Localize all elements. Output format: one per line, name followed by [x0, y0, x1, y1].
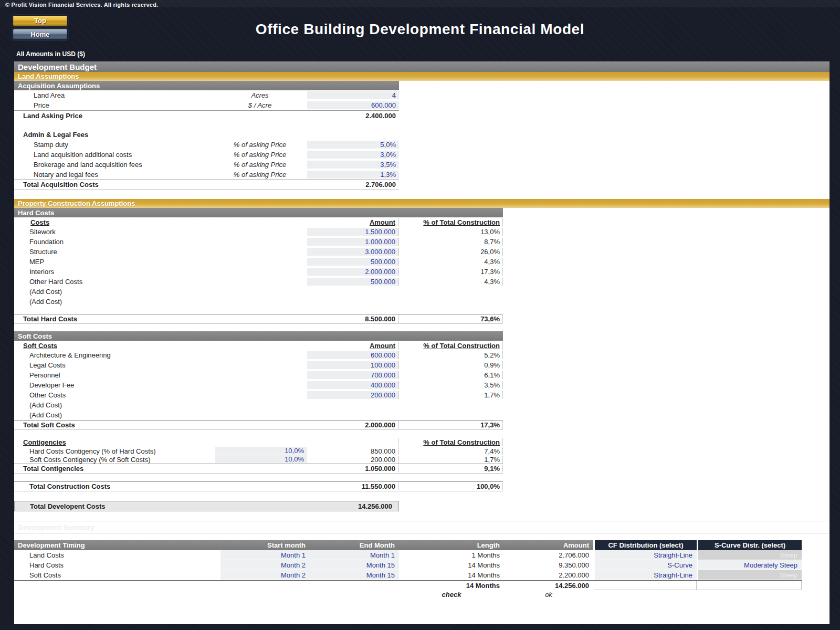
table-row: Foundation 1.000.000 8,7% — [14, 237, 503, 247]
check-row: check ok — [14, 590, 802, 599]
table-row: Interiors 2.000.000 17,3% — [14, 267, 503, 277]
add-cost-amount-input[interactable] — [307, 301, 398, 302]
hard-contingency-pct-input[interactable]: 10,0% — [215, 447, 307, 455]
column-header-start-month: Start month — [220, 540, 310, 550]
timing-row-land-costs: Land Costs Month 1 Month 1 1 Months 2.70… — [14, 550, 802, 560]
table-row: Other Hard Costs 500.000 4,3% — [14, 277, 503, 287]
table-row: Hard Costs Contigency (% of Hard Costs) … — [14, 447, 503, 455]
hard-cf-distribution-select[interactable]: S-Curve — [593, 560, 697, 570]
table-row: Notary and legal fees % of asking Price … — [14, 170, 399, 180]
soft-end-month-select[interactable]: Month 15 — [310, 570, 399, 580]
land-start-month-select[interactable]: Month 1 — [220, 550, 310, 560]
row-unit: % of asking Price — [213, 141, 307, 149]
table-row-add-cost: (Add Cost) — [14, 410, 503, 420]
column-header-amount: Amount — [504, 540, 593, 550]
row-label: Personnel — [14, 371, 307, 379]
hard-end-month-select[interactable]: Month 15 — [310, 560, 399, 570]
row-label: Soft Costs — [14, 570, 220, 580]
brokerage-fees-input[interactable]: 3,5% — [307, 161, 399, 169]
column-header-pct: % of Total Construction — [398, 438, 503, 446]
soft-scurve-select-disabled: Steep — [697, 570, 802, 580]
table-row: MEP 500.000 4,3% — [14, 257, 503, 267]
table-row: Sitework 1.500.000 13,0% — [14, 227, 503, 237]
row-label: Notary and legal fees — [14, 171, 213, 178]
column-header-soft-costs: Soft Costs — [14, 342, 307, 350]
land-area-input[interactable]: 4 — [307, 91, 399, 100]
column-header-pct: % of Total Construction — [398, 218, 503, 226]
hard-scurve-select[interactable]: Moderately Steep — [697, 560, 802, 570]
add-cost-amount-input[interactable] — [307, 291, 398, 292]
row-value: 14.256.000 — [308, 502, 395, 510]
table-row: Soft Costs Contigency (% of Soft Costs) … — [14, 455, 503, 464]
stamp-duty-input[interactable]: 5,0% — [307, 141, 399, 149]
land-cf-distribution-select[interactable]: Straight-Line — [593, 550, 697, 560]
row-value: 1.050.000 — [307, 465, 398, 472]
hidden-summary-band: Development Summary — [14, 521, 830, 533]
row-unit: % of asking Price — [213, 151, 307, 159]
row-label: Brokerage and land acquisition fees — [14, 161, 213, 169]
row-pct: 73,6% — [398, 315, 503, 323]
table-row-total-hard-costs: Total Hard Costs 8.500.000 73,6% — [14, 314, 503, 324]
row-label: (Add Cost) — [14, 401, 307, 409]
table-row-total-acquisition: Total Acquisition Costs 2.706.000 — [14, 180, 399, 190]
row-value: 850.000 — [307, 447, 398, 455]
row-label: Admin & Legal Fees — [14, 131, 213, 139]
row-pct: 3,5% — [398, 381, 503, 389]
soft-cf-distribution-select[interactable]: Straight-Line — [593, 570, 697, 580]
hard-start-month-select[interactable]: Month 2 — [220, 560, 310, 570]
column-header-length: Length — [399, 540, 504, 550]
foundation-amount-input[interactable]: 1.000.000 — [307, 238, 398, 246]
personnel-amount-input[interactable]: 700.000 — [307, 371, 398, 380]
row-label: (Add Cost) — [14, 411, 307, 419]
total-development-costs-band: Total Developent Costs 14.256.000 — [14, 501, 399, 511]
mep-amount-input[interactable]: 500.000 — [307, 258, 398, 266]
soft-start-month-select[interactable]: Month 2 — [220, 570, 310, 580]
row-unit: $ / Acre — [213, 101, 307, 109]
soft-contingency-pct-input[interactable]: 10,0% — [215, 455, 307, 464]
table-row: Other Costs 200.000 1,7% — [14, 390, 503, 400]
row-pct: 26,0% — [398, 248, 503, 256]
structure-amount-input[interactable]: 3.000.000 — [307, 248, 398, 256]
other-costs-amount-input[interactable]: 200.000 — [307, 391, 398, 400]
table-row: Land Area Acres 4 — [14, 90, 399, 100]
architecture-amount-input[interactable]: 600.000 — [307, 351, 398, 360]
row-length: 14 Months — [399, 560, 504, 570]
sitework-amount-input[interactable]: 1.500.000 — [307, 228, 398, 236]
row-pct: 13,0% — [398, 228, 503, 236]
price-per-acre-input[interactable]: 600.000 — [307, 101, 399, 110]
total-amount: 14.256.000 — [504, 581, 593, 590]
table-row-admin-legal-fees: Admin & Legal Fees — [14, 130, 399, 140]
row-pct: 17,3% — [398, 268, 503, 276]
developer-fee-amount-input[interactable]: 400.000 — [307, 381, 398, 390]
row-label: Land Costs — [14, 550, 220, 560]
column-header-end-month: End Month — [310, 540, 399, 550]
row-pct: 1,7% — [398, 391, 503, 399]
land-end-month-select[interactable]: Month 1 — [310, 550, 399, 560]
row-pct: 6,1% — [398, 371, 503, 379]
table-header-row-contingencies: Contigencies % of Total Construction — [14, 437, 503, 447]
row-pct: 100,0% — [398, 482, 503, 490]
other-hard-costs-amount-input[interactable]: 500.000 — [307, 278, 398, 286]
table-row-total-contingencies: Total Contigencies 1.050.000 9,1% — [14, 464, 503, 474]
row-pct: 0,9% — [398, 361, 503, 369]
row-label: Soft Costs Contigency (% of Soft Costs) — [14, 456, 215, 464]
row-pct: 8,7% — [398, 238, 503, 246]
interiors-amount-input[interactable]: 2.000.000 — [307, 268, 398, 276]
row-pct: 17,3% — [398, 421, 503, 429]
section-bar-soft-costs: Soft Costs — [14, 331, 503, 341]
land-acq-additional-costs-input[interactable]: 3,0% — [307, 151, 399, 159]
row-pct: 5,2% — [398, 351, 503, 359]
add-cost-amount-input[interactable] — [307, 405, 398, 405]
row-label: Price — [14, 101, 213, 109]
legal-costs-amount-input[interactable]: 100.000 — [307, 361, 398, 370]
add-cost-amount-input[interactable] — [307, 415, 398, 415]
row-label: Other Costs — [14, 391, 307, 399]
timing-header-row: Development Timing Start month End Month… — [14, 540, 802, 550]
section-bar-hard-costs: Hard Costs — [14, 208, 503, 217]
row-length: 14 Months — [399, 570, 504, 580]
notary-legal-fees-input[interactable]: 1,3% — [307, 171, 399, 179]
row-value: 2.000.000 — [307, 421, 398, 429]
page-title: Office Building Development Financial Mo… — [0, 21, 840, 38]
row-label: Hard Costs Contigency (% of Hard Costs) — [14, 447, 215, 455]
table-header-row: Costs Amount % of Total Construction — [14, 217, 503, 227]
